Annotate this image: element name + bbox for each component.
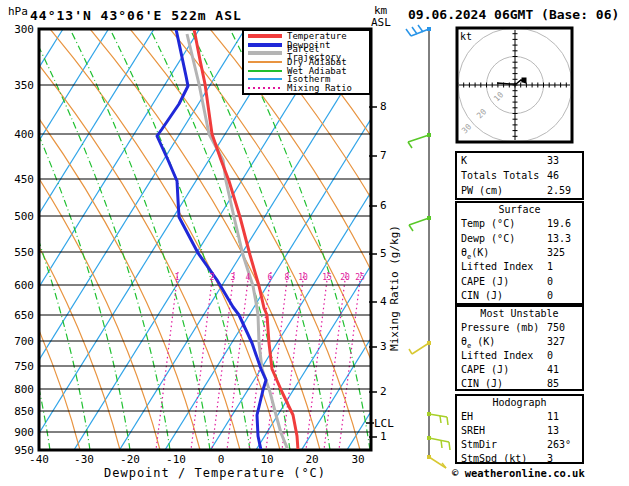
hodograph-ring-label: 20 xyxy=(475,107,488,120)
dry-adiabat-line-swatch xyxy=(248,61,282,63)
row-value: 41 xyxy=(547,363,559,377)
mixing-ratio-value-label: 15 xyxy=(322,273,332,282)
temp-tick-label: 10 xyxy=(260,453,273,466)
row-label: StmSpd (kt) xyxy=(461,453,527,464)
pressure-tick-label: 350 xyxy=(4,79,34,92)
km-tick-label: 6 xyxy=(380,199,387,212)
wind-barb xyxy=(427,455,446,468)
table-row: StmSpd (kt)3 xyxy=(457,452,582,466)
skewt-screenshot: { "header": { "station_label": "44°13'N … xyxy=(0,0,629,486)
row-label: CAPE (J) xyxy=(461,364,509,375)
row-label: SREH xyxy=(461,425,485,436)
table-row: CAPE (J)0 xyxy=(457,275,582,289)
row-label: Dewp (°C) xyxy=(461,233,515,244)
table-row: CAPE (J)41 xyxy=(457,363,582,377)
wind-barb xyxy=(427,436,450,450)
wind-barb xyxy=(408,133,431,148)
table-row: θe(K)325 xyxy=(457,246,582,260)
row-value: 13 xyxy=(547,424,559,438)
wind-barb xyxy=(406,25,431,36)
table-row: SREH13 xyxy=(457,424,582,438)
legend-item-dry-adiabat: Dry Adiabat xyxy=(244,58,369,66)
isotherm-line xyxy=(0,29,245,450)
temp-tick-label: -30 xyxy=(74,453,94,466)
hodograph-rings: 10203040 xyxy=(455,26,580,148)
table-section-title: Most Unstable xyxy=(457,307,582,321)
wind-barb xyxy=(427,412,448,425)
legend-item-mixing-ratio: Mixing Ratio xyxy=(244,84,369,92)
most-unstable-table: Most Unstable Pressure (mb)750 θe (K)327… xyxy=(455,305,584,391)
hodograph-ring xyxy=(455,26,580,148)
row-label: StmDir xyxy=(461,439,497,450)
row-value: 0 xyxy=(547,289,553,303)
temp-tick-label: -40 xyxy=(29,453,49,466)
pressure-tick-label: 750 xyxy=(4,360,34,373)
km-tick-label: 1 xyxy=(380,430,387,443)
row-label: PW (cm) xyxy=(461,185,503,196)
table-row: Dewp (°C)13.3 xyxy=(457,232,582,246)
table-row: EH11 xyxy=(457,410,582,424)
hodograph-ring-label: 10 xyxy=(492,90,505,103)
wind-barb xyxy=(409,341,431,354)
temp-tick-label: -10 xyxy=(166,453,186,466)
row-label: Lifted Index xyxy=(461,261,533,272)
surface-table: Surface Temp (°C)19.6 Dewp (°C)13.3 θe(K… xyxy=(455,201,584,305)
pressure-tick-label: 550 xyxy=(4,246,34,259)
table-row: K33 xyxy=(457,154,582,168)
row-label: CAPE (J) xyxy=(461,276,509,287)
hodograph-unit-label: kt xyxy=(460,31,472,42)
row-label: Totals Totals xyxy=(461,170,539,181)
parcel-line-swatch xyxy=(248,51,282,55)
row-value: 33 xyxy=(547,154,559,168)
isotherm-line-swatch xyxy=(248,78,282,80)
table-row: Lifted Index1 xyxy=(457,260,582,274)
temp-tick-label: -20 xyxy=(120,453,140,466)
mixing-ratio-value-label: 1 xyxy=(175,273,180,282)
legend-label: Dry Adiabat xyxy=(287,58,347,66)
row-label: K xyxy=(461,155,467,166)
row-value: 0 xyxy=(547,349,553,363)
mixing-ratio-line xyxy=(282,272,304,450)
mixing-ratio-line xyxy=(227,272,249,450)
table-row: θe (K)327 xyxy=(457,335,582,349)
row-label: Lifted Index xyxy=(461,350,533,361)
temp-tick-label: 20 xyxy=(305,453,318,466)
row-value: 1 xyxy=(547,260,553,274)
table-row: Lifted Index0 xyxy=(457,349,582,363)
table-row: Pressure (mb)750 xyxy=(457,321,582,335)
table-section-title: Surface xyxy=(457,203,582,217)
row-label: Temp (°C) xyxy=(461,218,515,229)
temp-tick-label: 0 xyxy=(218,453,225,466)
km-tick-label: 8 xyxy=(380,100,387,113)
mixing-ratio-value-label: 6 xyxy=(268,273,273,282)
table-section-title: Hodograph xyxy=(457,396,582,410)
pressure-tick-label: 300 xyxy=(4,23,34,36)
mixing-ratio-line xyxy=(212,272,234,450)
temp-tick-label: 30 xyxy=(351,453,364,466)
row-label: θe(K) xyxy=(461,247,489,258)
row-value: 19.6 xyxy=(547,217,571,231)
pressure-tick-label: 700 xyxy=(4,335,34,348)
mixing-ratio-line-swatch xyxy=(248,87,282,89)
table-row: Temp (°C)19.6 xyxy=(457,217,582,231)
hodograph-table: Hodograph EH11 SREH13 StmDir263° StmSpd … xyxy=(455,394,584,464)
wind-barb xyxy=(409,216,431,231)
pressure-tick-label: 900 xyxy=(4,426,34,439)
table-row: CIN (J)0 xyxy=(457,289,582,303)
pressure-tick-label: 800 xyxy=(4,383,34,396)
mixing-ratio-line xyxy=(191,272,213,450)
mixing-ratio-value-label: 25 xyxy=(355,273,365,282)
table-row: CIN (J)85 xyxy=(457,377,582,391)
pressure-tick-label: 850 xyxy=(4,405,34,418)
row-value: 2.59 xyxy=(547,184,571,198)
table-row: StmDir263° xyxy=(457,438,582,452)
table-row: PW (cm)2.59 xyxy=(457,184,582,198)
legend-label: Isotherm xyxy=(287,75,330,83)
row-value: 13.3 xyxy=(547,232,571,246)
km-tick-label: 4 xyxy=(380,295,387,308)
row-label: CIN (J) xyxy=(461,378,503,389)
mixing-ratio-value-label: 10 xyxy=(298,273,308,282)
row-label: Pressure (mb) xyxy=(461,322,539,333)
row-value: 46 xyxy=(547,169,559,183)
row-value: 327 xyxy=(547,335,565,349)
